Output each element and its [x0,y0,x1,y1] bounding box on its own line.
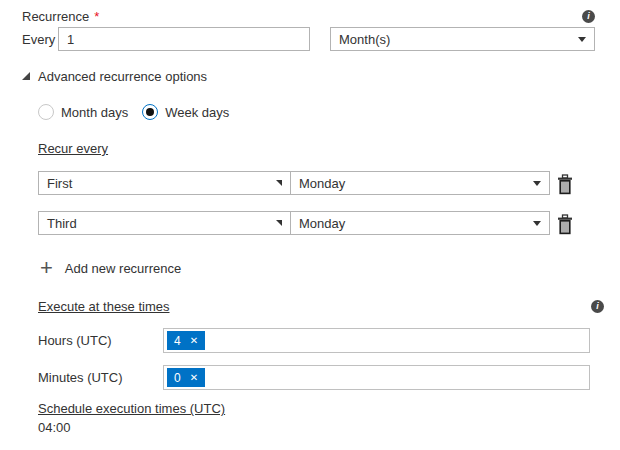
minutes-label: Minutes (UTC) [38,370,163,385]
add-new-recurrence-label: Add new recurrence [65,261,181,276]
day-select-1[interactable]: Monday [290,171,550,195]
minutes-row: Minutes (UTC) 0 ✕ [38,365,595,390]
schedule-execution-time-value: 04:00 [38,420,595,437]
radio-week-days-label: Week days [165,105,229,120]
frequency-value: Month(s) [339,32,390,47]
execute-times-header: Execute at these times i [38,298,595,315]
info-icon[interactable]: i [582,10,595,23]
ordinal-value-1: First [47,176,72,191]
every-row: Every Month(s) [22,27,595,51]
hours-chip: 4 ✕ [167,331,205,350]
day-value-2: Monday [299,216,345,231]
minutes-chip-value: 0 [174,371,181,385]
minutes-chip: 0 ✕ [167,368,205,387]
trash-icon [557,214,573,235]
ordinal-select-2[interactable]: Third [38,211,290,235]
day-select-2[interactable]: Monday [290,211,550,235]
chevron-down-icon [533,221,541,226]
interval-input[interactable] [58,27,310,51]
ordinal-select-1[interactable]: First [38,171,290,195]
delete-recurrence-button-2[interactable] [557,211,573,235]
trash-icon [557,174,573,195]
hours-label: Hours (UTC) [38,333,163,348]
recur-every-label: Recur every [38,141,595,158]
delete-recurrence-button-1[interactable] [557,171,573,195]
remove-chip-icon[interactable]: ✕ [190,373,198,383]
plus-icon: + [40,258,53,278]
every-label: Every [22,32,58,47]
chevron-down-icon [276,180,282,186]
remove-chip-icon[interactable]: ✕ [190,336,198,346]
hours-row: Hours (UTC) 4 ✕ [38,328,595,353]
chevron-down-icon [276,220,282,226]
add-new-recurrence-button[interactable]: + Add new recurrence [38,257,181,279]
advanced-options-label: Advanced recurrence options [38,69,207,84]
recurrence-row-1: First Monday [38,171,595,195]
recurrence-header: Recurrence * i [22,8,595,25]
schedule-execution-times-label: Schedule execution times (UTC) [38,401,595,418]
recurrence-form: Recurrence * i Every Month(s) Advanced r… [0,0,620,450]
minutes-input[interactable]: 0 ✕ [163,365,590,390]
recurrence-label: Recurrence [22,9,89,24]
recurrence-row-2: Third Monday [38,211,595,235]
radio-week-days[interactable]: Week days [142,104,229,120]
day-value-1: Monday [299,176,345,191]
radio-month-days-label: Month days [61,105,128,120]
radio-unselected-icon [38,104,54,120]
hours-input[interactable]: 4 ✕ [163,328,590,353]
chevron-down-icon [578,37,586,42]
info-icon[interactable]: i [591,300,604,313]
hours-chip-value: 4 [174,334,181,348]
chevron-down-icon [533,181,541,186]
radio-month-days[interactable]: Month days [38,104,128,120]
required-asterisk: * [94,9,99,24]
radio-selected-icon [142,104,158,120]
execute-times-label: Execute at these times [38,299,170,314]
frequency-select[interactable]: Month(s) [330,27,595,51]
ordinal-value-2: Third [47,216,77,231]
day-mode-radio-group: Month days Week days [38,103,595,121]
recurrence-title-group: Recurrence * [22,9,99,24]
expanded-triangle-icon [22,72,30,80]
advanced-options-toggle[interactable]: Advanced recurrence options [22,68,595,84]
